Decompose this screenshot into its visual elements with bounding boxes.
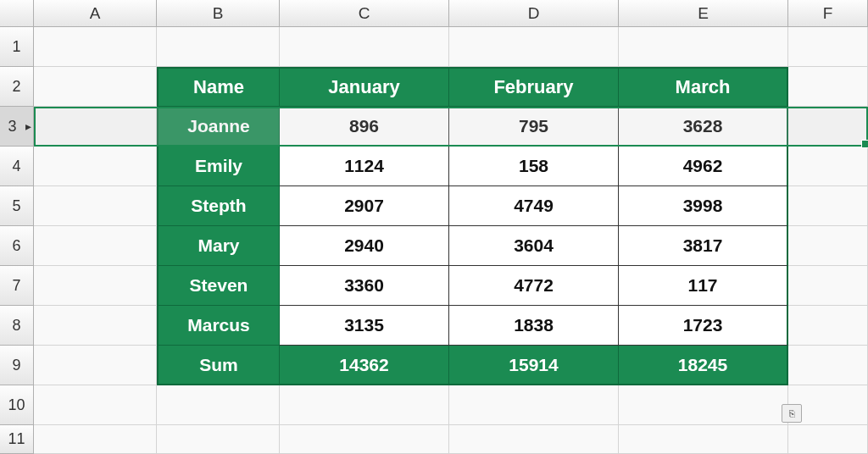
cell-d9[interactable]: 15914 [449, 346, 619, 385]
cell-f1[interactable] [788, 27, 868, 67]
spreadsheet-grid[interactable]: A B C D E F 1 2 Name January February Ma… [0, 0, 868, 454]
col-header-f[interactable]: F [788, 0, 868, 27]
cell-b5[interactable]: Stepth [157, 186, 280, 226]
cell-a4[interactable] [34, 147, 157, 186]
cell-e11[interactable] [619, 425, 788, 454]
cell-b4[interactable]: Emily [157, 147, 280, 186]
row-header-7[interactable]: 7 [0, 266, 34, 306]
row-header-2[interactable]: 2 [0, 67, 34, 107]
cell-b2[interactable]: Name [157, 67, 280, 107]
row-header-1[interactable]: 1 [0, 27, 34, 67]
cell-e10[interactable] [619, 385, 788, 425]
col-header-c[interactable]: C [280, 0, 449, 27]
paste-options-icon[interactable]: ⎘ [782, 404, 802, 423]
cell-a6[interactable] [34, 226, 157, 266]
cell-a8[interactable] [34, 306, 157, 346]
cell-f8[interactable] [788, 306, 868, 346]
col-header-a[interactable]: A [34, 0, 157, 27]
cell-c9[interactable]: 14362 [280, 346, 449, 385]
cell-c11[interactable] [280, 425, 449, 454]
cell-f9[interactable] [788, 346, 868, 385]
row-header-3[interactable]: 3▸ [0, 107, 34, 147]
cell-d11[interactable] [449, 425, 619, 454]
cell-a11[interactable] [34, 425, 157, 454]
cell-d6[interactable]: 3604 [449, 226, 619, 266]
cell-f5[interactable] [788, 186, 868, 226]
col-header-b[interactable]: B [157, 0, 280, 27]
cell-e5[interactable]: 3998 [619, 186, 788, 226]
cell-d8[interactable]: 1838 [449, 306, 619, 346]
row-header-10[interactable]: 10 [0, 385, 34, 425]
cell-e4[interactable]: 4962 [619, 147, 788, 186]
cell-d2[interactable]: February [449, 67, 619, 107]
cell-d7[interactable]: 4772 [449, 266, 619, 306]
cell-b1[interactable] [157, 27, 280, 67]
cell-c7[interactable]: 3360 [280, 266, 449, 306]
cell-b6[interactable]: Mary [157, 226, 280, 266]
cell-f4[interactable] [788, 147, 868, 186]
row-select-arrow-icon: ▸ [25, 119, 31, 133]
select-all-corner[interactable] [0, 0, 34, 27]
cell-a1[interactable] [34, 27, 157, 67]
cell-d1[interactable] [449, 27, 619, 67]
cell-a9[interactable] [34, 346, 157, 385]
cell-f3[interactable] [788, 107, 868, 147]
cell-f2[interactable] [788, 67, 868, 107]
cell-e2[interactable]: March [619, 67, 788, 107]
cell-f11[interactable] [788, 425, 868, 454]
cell-f6[interactable] [788, 226, 868, 266]
cell-e8[interactable]: 1723 [619, 306, 788, 346]
cell-c10[interactable] [280, 385, 449, 425]
cell-a7[interactable] [34, 266, 157, 306]
cell-f7[interactable] [788, 266, 868, 306]
cell-b8[interactable]: Marcus [157, 306, 280, 346]
cell-c2[interactable]: January [280, 67, 449, 107]
cell-c6[interactable]: 2940 [280, 226, 449, 266]
cell-c8[interactable]: 3135 [280, 306, 449, 346]
col-header-e[interactable]: E [619, 0, 788, 27]
cell-e9[interactable]: 18245 [619, 346, 788, 385]
row-num-3: 3 [8, 118, 25, 136]
cell-e3[interactable]: 3628 [619, 107, 788, 147]
cell-c3[interactable]: 896 [280, 107, 449, 147]
row-header-9[interactable]: 9 [0, 346, 34, 385]
cell-a5[interactable] [34, 186, 157, 226]
cell-b10[interactable] [157, 385, 280, 425]
cell-c4[interactable]: 1124 [280, 147, 449, 186]
cell-b3[interactable]: Joanne [157, 107, 280, 147]
cell-d3[interactable]: 795 [449, 107, 619, 147]
cell-b9[interactable]: Sum [157, 346, 280, 385]
row-header-4[interactable]: 4 [0, 147, 34, 186]
cell-d10[interactable] [449, 385, 619, 425]
cell-a10[interactable] [34, 385, 157, 425]
cell-c5[interactable]: 2907 [280, 186, 449, 226]
col-header-d[interactable]: D [449, 0, 619, 27]
cell-d4[interactable]: 158 [449, 147, 619, 186]
cell-e1[interactable] [619, 27, 788, 67]
cell-a2[interactable] [34, 67, 157, 107]
cell-e6[interactable]: 3817 [619, 226, 788, 266]
row-header-11[interactable]: 11 [0, 425, 34, 454]
cell-c1[interactable] [280, 27, 449, 67]
row-header-8[interactable]: 8 [0, 306, 34, 346]
row-header-5[interactable]: 5 [0, 186, 34, 226]
cell-a3[interactable] [34, 107, 157, 147]
cell-b11[interactable] [157, 425, 280, 454]
cell-e7[interactable]: 117 [619, 266, 788, 306]
row-header-6[interactable]: 6 [0, 226, 34, 266]
cell-d5[interactable]: 4749 [449, 186, 619, 226]
cell-b7[interactable]: Steven [157, 266, 280, 306]
